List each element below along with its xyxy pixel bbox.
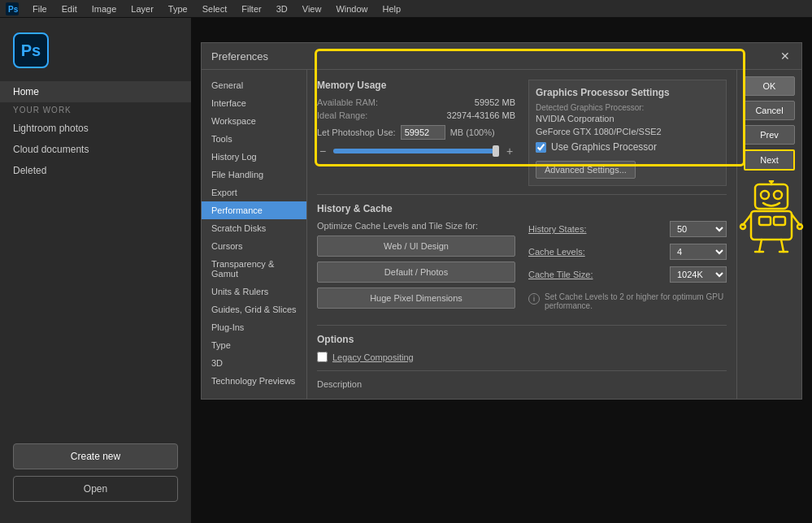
nav-units-rulers[interactable]: Units & Rulers [202, 283, 306, 300]
gpu-box: Graphics Processor Settings Detected Gra… [528, 80, 727, 186]
sidebar-item-lightroom[interactable]: Lightroom photos [0, 118, 191, 139]
gpu-company: NVIDIA Corporation [536, 114, 719, 123]
menu-3d[interactable]: 3D [270, 2, 294, 15]
gpu-perf-note: Set Cache Levels to 2 or higher for opti… [545, 292, 727, 310]
preset-web-ui[interactable]: Web / UI Design [317, 236, 515, 257]
nav-3d[interactable]: 3D [202, 354, 306, 372]
menu-file[interactable]: File [26, 2, 54, 15]
legacy-label: Legacy Compositing [332, 352, 414, 362]
divider-1 [317, 194, 727, 195]
nav-cursors[interactable]: Cursors [202, 237, 306, 255]
close-button[interactable]: ✕ [779, 50, 792, 63]
nav-workspace[interactable]: Workspace [202, 112, 306, 130]
your-work-label: YOUR WORK [0, 102, 191, 118]
description-section: Description [317, 379, 727, 389]
slider-fill [333, 149, 499, 153]
sidebar-item-cloud[interactable]: Cloud documents [0, 139, 191, 160]
next-button[interactable]: Next [744, 149, 795, 171]
cancel-button[interactable]: Cancel [744, 101, 795, 120]
nav-tools[interactable]: Tools [202, 130, 306, 148]
history-cache-section: Optimize Cache Levels and Tile Size for:… [317, 221, 727, 317]
cache-tile-row: Cache Tile Size: 1024K [528, 266, 727, 283]
divider-3 [317, 370, 727, 371]
use-gpu-label: Use Graphics Processor [551, 141, 657, 153]
nav-history-log[interactable]: History Log [202, 148, 306, 166]
memory-section: Memory Usage Available RAM: 59952 MB Ide… [317, 80, 515, 186]
cache-levels-select[interactable]: 4 [670, 244, 727, 260]
cache-tile-select[interactable]: 1024K [670, 266, 727, 283]
ok-button[interactable]: OK [744, 76, 795, 96]
slider-track[interactable] [333, 149, 499, 153]
optimize-label: Optimize Cache Levels and Tile Size for: [317, 221, 515, 231]
ideal-range-value: 32974-43166 MB [447, 110, 515, 120]
open-button[interactable]: Open [13, 476, 178, 502]
slider-plus-icon[interactable]: + [504, 145, 515, 158]
app-icon: Ps [3, 0, 21, 18]
preset-buttons: Web / UI Design Default / Photos Huge Pi… [317, 236, 515, 309]
nav-file-handling[interactable]: File Handling [202, 166, 306, 184]
menu-filter[interactable]: Filter [235, 2, 267, 15]
nav-scratch-disks[interactable]: Scratch Disks [202, 219, 306, 237]
menu-help[interactable]: Help [376, 2, 408, 15]
menubar: Ps File Edit Image Layer Type Select Fil… [0, 0, 812, 18]
cache-presets-col: Optimize Cache Levels and Tile Size for:… [317, 221, 515, 317]
ps-logo: Ps [13, 32, 49, 68]
ram-slider[interactable]: − + [317, 145, 515, 158]
legacy-checkbox[interactable] [317, 352, 328, 362]
menu-view[interactable]: View [296, 2, 328, 15]
legacy-row: Legacy Compositing [317, 352, 727, 362]
menu-layer[interactable]: Layer [124, 2, 160, 15]
available-ram-label: Available RAM: [317, 97, 378, 107]
dialog-content: Memory Usage Available RAM: 59952 MB Ide… [307, 70, 736, 399]
use-gpu-row: Use Graphics Processor [536, 141, 719, 153]
use-gpu-checkbox[interactable] [536, 142, 546, 153]
ram-input-row: Let Photoshop Use: MB (100%) [317, 125, 515, 140]
create-new-button[interactable]: Create new [13, 443, 178, 469]
menu-edit[interactable]: Edit [55, 2, 84, 15]
nav-tech-previews[interactable]: Technology Previews [202, 372, 306, 390]
nav-type[interactable]: Type [202, 336, 306, 354]
gpu-detected-label: Detected Graphics Processor: [536, 103, 719, 112]
menu-select[interactable]: Select [196, 2, 234, 15]
preset-huge-pixel[interactable]: Huge Pixel Dimensions [317, 287, 515, 309]
menu-type[interactable]: Type [162, 2, 194, 15]
ram-unit: MB (100%) [450, 128, 495, 137]
memory-title: Memory Usage [317, 80, 515, 91]
history-states-select[interactable]: 50 [670, 221, 727, 237]
nav-performance[interactable]: Performance [202, 201, 306, 219]
sidebar-buttons: Create new Open [0, 430, 191, 515]
dialog-nav: General Interface Workspace Tools Histor… [202, 70, 307, 399]
cache-tile-label: Cache Tile Size: [528, 270, 593, 279]
available-ram-value: 59952 MB [475, 97, 515, 107]
sidebar: Ps Home YOUR WORK Lightroom photos Cloud… [0, 18, 191, 523]
gpu-model: GeForce GTX 1080/PCIe/SSE2 [536, 127, 719, 136]
options-section: Options Legacy Compositing [317, 334, 727, 362]
slider-minus-icon[interactable]: − [317, 145, 328, 158]
sidebar-item-home[interactable]: Home [0, 81, 191, 102]
preferences-dialog: Preferences ✕ General Interface Workspac… [201, 42, 802, 400]
nav-interface[interactable]: Interface [202, 94, 306, 112]
nav-export[interactable]: Export [202, 184, 306, 201]
preset-default-photos[interactable]: Default / Photos [317, 262, 515, 283]
menu-image[interactable]: Image [85, 2, 124, 15]
info-icon: i [528, 293, 540, 305]
nav-general[interactable]: General [202, 76, 306, 94]
prev-button[interactable]: Prev [744, 125, 795, 145]
history-states-row: History States: 50 [528, 221, 727, 237]
dialog-title: Preferences [211, 50, 268, 63]
history-states-label: History States: [528, 224, 587, 234]
gpu-section: Graphics Processor Settings Detected Gra… [528, 80, 727, 186]
ram-input-field[interactable] [401, 125, 445, 140]
dialog-titlebar: Preferences ✕ [202, 43, 801, 70]
svg-text:Ps: Ps [8, 5, 19, 14]
slider-thumb[interactable] [493, 145, 499, 157]
advanced-settings-button[interactable]: Advanced Settings... [536, 161, 636, 179]
nav-transparency[interactable]: Transparency & Gamut [202, 255, 306, 283]
divider-2 [317, 325, 727, 326]
nav-plugins[interactable]: Plug-Ins [202, 318, 306, 336]
sidebar-item-deleted[interactable]: Deleted [0, 160, 191, 181]
menu-window[interactable]: Window [329, 2, 374, 15]
nav-guides[interactable]: Guides, Grid & Slices [202, 300, 306, 318]
description-title: Description [317, 379, 727, 389]
let-ps-use-label: Let Photoshop Use: [317, 128, 396, 137]
